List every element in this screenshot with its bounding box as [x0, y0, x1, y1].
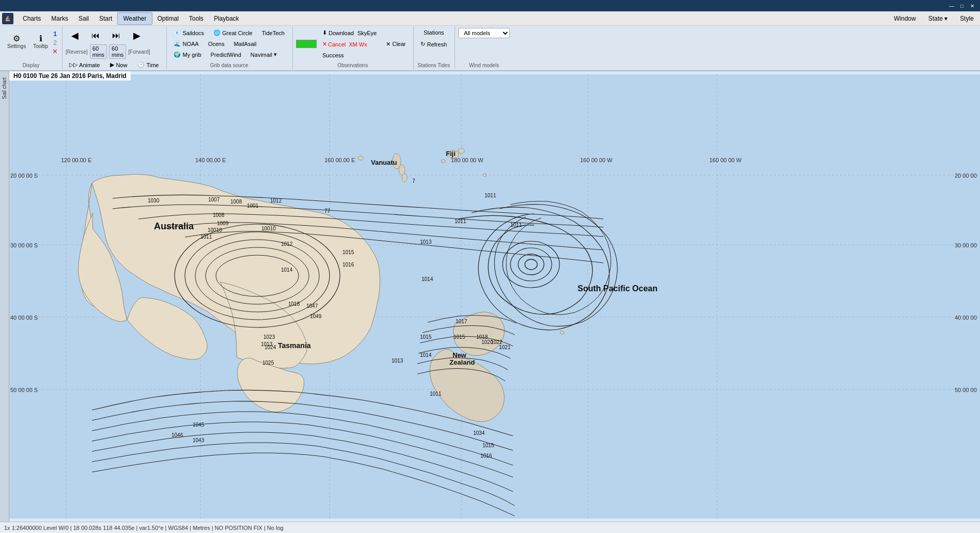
settings-button[interactable]: ⚙ Settings [4, 33, 29, 51]
maximize-button[interactable]: □ [958, 2, 966, 9]
chart-area[interactable]: H0 0100 Tue 26 Jan 2016 Paris, Madrid [9, 71, 980, 522]
svg-text:160 00 00 W: 160 00 00 W [709, 157, 742, 163]
svg-rect-0 [9, 74, 980, 519]
cancel-icon: ✕ [322, 41, 327, 48]
menu-item-marks[interactable]: Marks [46, 13, 73, 24]
download-button[interactable]: ⬇ Download SkyEye [319, 28, 380, 38]
svg-text:1014: 1014 [422, 276, 433, 282]
menu-item-sail[interactable]: Sail [73, 13, 94, 24]
svg-text:1011: 1011 [485, 193, 496, 198]
num-2[interactable]: 2 [53, 39, 57, 46]
wind-models-group: All models GFS ECMWF UKMET Wind models [456, 27, 514, 69]
now-button[interactable]: ▶ Now [106, 60, 131, 70]
statusbar: 1x 1:26400000 Level W/0 | 18 00.028s 118… [0, 522, 980, 533]
60-mins-back[interactable]: 60mins [90, 44, 107, 59]
svg-text:160 00 00 W: 160 00 00 W [580, 157, 613, 163]
grib-icon: 🌍 [174, 51, 181, 58]
svg-text:1016: 1016 [343, 262, 354, 268]
num-1[interactable]: 1 [53, 30, 57, 38]
display-time-group: ◀ ⏮ ⏭ ▶ [Reverse] 60mins 60mins [Forward… [64, 27, 167, 69]
stations-row: Stations ↻ Refresh [417, 28, 450, 49]
noaa-button[interactable]: 🌊 NOAA [170, 39, 202, 49]
num-3[interactable]: ✕ [52, 48, 58, 55]
svg-text:1007: 1007 [208, 197, 220, 202]
tide-tech-button[interactable]: TideTech [258, 28, 288, 38]
svg-text:1013: 1013 [392, 358, 403, 364]
refresh-icon: ↻ [421, 41, 425, 48]
time-button[interactable]: 🕐 Time [134, 60, 162, 70]
menu-item-optimal[interactable]: Optimal [152, 13, 184, 24]
svg-text:40 00 00: 40 00 00 [955, 315, 977, 321]
reverse-label: [Reverse] [66, 49, 88, 55]
forward-button[interactable]: ▶ [128, 28, 146, 43]
svg-point-19 [560, 331, 564, 334]
app-logo: ⛵ [2, 13, 13, 24]
refresh-button[interactable]: ↻ Refresh [417, 39, 450, 49]
now-icon: ▶ [110, 61, 114, 68]
svg-text:1011: 1011 [200, 234, 212, 240]
svg-text:10010: 10010 [261, 226, 276, 231]
svg-text:1015: 1015 [483, 443, 494, 448]
svg-text:1030: 1030 [148, 198, 160, 203]
success-button[interactable]: Success [319, 51, 380, 60]
svg-text:1015: 1015 [420, 334, 432, 340]
saildocs-button[interactable]: 📧 Saildocs [170, 28, 208, 38]
svg-text:1008: 1008 [230, 199, 242, 205]
style-menu[interactable]: Style [956, 13, 978, 24]
back-fast-button[interactable]: ⏮ [86, 29, 105, 42]
minimize-button[interactable]: — [948, 2, 955, 9]
grib-label: Grib data source [170, 61, 288, 68]
wind-models-dropdown[interactable]: All models GFS ECMWF UKMET [458, 28, 510, 38]
clear-button[interactable]: ✕ Clear [382, 39, 409, 49]
svg-text:1011: 1011 [510, 222, 522, 228]
top-right-menu: Window State ▾ Style [890, 13, 978, 24]
menu-item-playback[interactable]: Playback [209, 13, 244, 24]
svg-point-18 [483, 174, 486, 177]
60-mins-fwd[interactable]: 60mins [109, 44, 126, 59]
svg-text:1021: 1021 [499, 344, 511, 350]
window-menu[interactable]: Window [890, 13, 920, 24]
menu-item-weather[interactable]: Weather [117, 12, 152, 25]
close-button[interactable]: ✕ [969, 2, 976, 9]
stations-button[interactable]: Stations [420, 28, 448, 37]
noaa-icon: 🌊 [174, 40, 181, 47]
svg-point-13 [402, 174, 407, 182]
sail-chart-button[interactable]: Sail chart [1, 73, 8, 103]
menu-item-charts[interactable]: Charts [18, 13, 46, 24]
display-group: ⚙ Settings ℹ Tooltip 1 2 ✕ Display [2, 27, 63, 69]
svg-text:Zealand: Zealand [449, 358, 475, 366]
color-swatch[interactable] [296, 40, 317, 48]
svg-text:1025: 1025 [262, 360, 274, 366]
navimail-dropdown-icon: ▾ [274, 51, 277, 58]
settings-icon: ⚙ [13, 35, 20, 43]
stations-tides-label: Stations Tides [417, 61, 450, 68]
wind-models-label: Wind models [458, 61, 510, 68]
svg-text:1012: 1012 [270, 198, 282, 203]
my-grib-button[interactable]: 🌍 My grib [170, 50, 205, 59]
status-text: 1x 1:26400000 Level W/0 | 18 00.028s 118… [4, 525, 284, 531]
wind-models-row: All models GFS ECMWF UKMET [458, 28, 510, 38]
menubar: ⛵ ChartsMarksSailStartWeatherOptimalTool… [0, 11, 980, 26]
great-circle-button[interactable]: 🌐 Great Circle [210, 28, 256, 38]
grib-row1: 📧 Saildocs 🌐 Great Circle TideTech [170, 28, 288, 38]
navimail-button[interactable]: Navimail ▾ [247, 50, 281, 59]
forward-fast-button[interactable]: ⏭ [107, 29, 126, 42]
svg-text:77: 77 [324, 208, 331, 214]
animate-button[interactable]: ▷▷ Animate [66, 60, 103, 70]
svg-text:10010: 10010 [208, 227, 222, 233]
back-button[interactable]: ◀ [66, 28, 84, 43]
mail-asail-button[interactable]: MailAsail [230, 39, 260, 49]
ocens-button[interactable]: Ocens [205, 39, 228, 49]
tooltip-button[interactable]: ℹ Tooltip [30, 33, 51, 51]
menu-item-start[interactable]: Start [94, 13, 117, 24]
svg-text:160 00.00 E: 160 00.00 E [324, 157, 355, 163]
info-icon: ℹ [39, 35, 42, 43]
menu-item-tools[interactable]: Tools [184, 13, 209, 24]
time-row: [Reverse] 60mins 60mins [Forward] [66, 44, 150, 59]
svg-text:30 00 00: 30 00 00 [955, 242, 977, 248]
svg-text:1045: 1045 [193, 422, 205, 428]
predict-wind-button[interactable]: PredictWind [207, 50, 245, 59]
state-menu[interactable]: State ▾ [924, 13, 952, 24]
grib-row2: 🌊 NOAA Ocens MailAsail [170, 39, 260, 49]
cancel-button[interactable]: ✕ Cancel XM Wx [319, 39, 380, 49]
